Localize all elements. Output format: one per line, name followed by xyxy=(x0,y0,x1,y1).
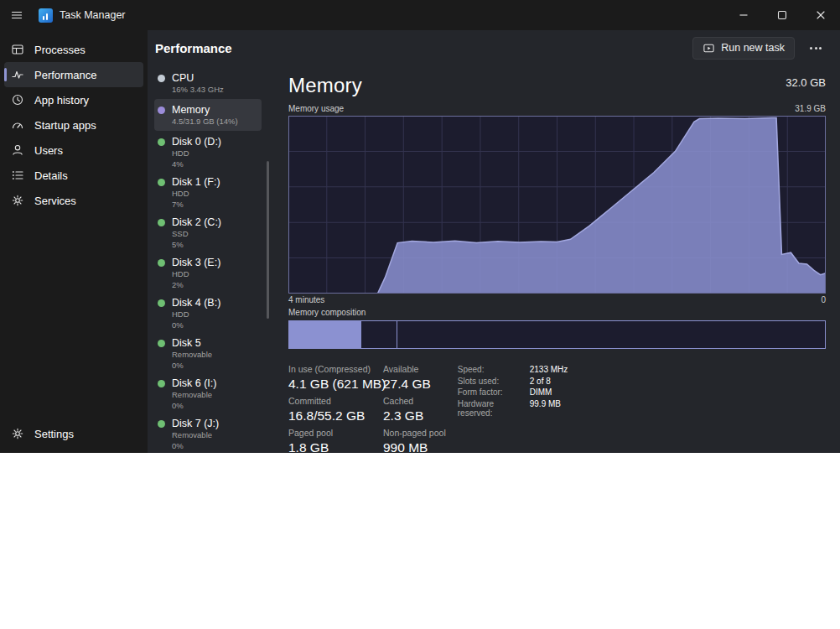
run-new-task-label: Run new task xyxy=(721,42,785,54)
stat-cached: Cached 2.3 GB xyxy=(383,396,446,428)
maximize-icon xyxy=(775,8,789,22)
metric-name: Disk 4 (B:) xyxy=(172,297,220,309)
sidebar-item-label: Services xyxy=(34,195,76,207)
services-icon xyxy=(11,194,24,207)
info-value-slots: 2 of 8 xyxy=(530,377,568,386)
memory-usage-chart[interactable] xyxy=(288,116,826,294)
stat-label: Committed xyxy=(288,396,383,406)
sidebar-item-details[interactable]: Details xyxy=(4,163,143,188)
stat-label: Available xyxy=(383,364,446,374)
run-new-task-button[interactable]: Run new task xyxy=(692,37,795,60)
metric-name: Disk 0 (D:) xyxy=(172,136,221,148)
startup-apps-icon xyxy=(11,118,24,132)
run-new-task-icon xyxy=(703,42,715,55)
more-options-button[interactable] xyxy=(803,37,828,59)
metric-item-disk-3[interactable]: Disk 3 (E:) HDD 2% xyxy=(154,252,262,292)
app-history-icon xyxy=(11,93,24,107)
sidebar-item-label: Performance xyxy=(34,69,96,81)
ellipsis-icon xyxy=(810,47,812,49)
stat-value: 990 MB xyxy=(383,440,446,453)
metric-item-disk-5[interactable]: Disk 5 Removable 0% xyxy=(154,332,262,372)
disk-status-dot xyxy=(158,179,165,186)
stat-label: Cached xyxy=(383,396,446,406)
info-label-slots: Slots used: xyxy=(458,377,530,386)
stat-label: Non-paged pool xyxy=(383,428,446,438)
window-title: Task Manager xyxy=(60,9,126,21)
stat-label: In use (Compressed) xyxy=(288,364,383,374)
sidebar-item-settings[interactable]: Settings xyxy=(4,421,143,446)
task-manager-window: Task Manager Processes Performance xyxy=(0,0,840,453)
info-value-form-factor: DIMM xyxy=(530,387,568,397)
minimize-icon xyxy=(737,8,750,22)
task-manager-app-icon xyxy=(39,8,53,23)
composition-segment-modified xyxy=(361,321,397,348)
close-button[interactable] xyxy=(801,0,840,30)
info-label-hardware-reserved: Hardware reserved: xyxy=(458,399,530,418)
metric-item-disk-1[interactable]: Disk 1 (F:) HDD 7% xyxy=(154,171,262,211)
metric-name: Disk 7 (J:) xyxy=(172,418,219,430)
sidebar-item-processes[interactable]: Processes xyxy=(4,37,143,62)
info-value-speed: 2133 MHz xyxy=(530,365,568,374)
metric-item-disk-2[interactable]: Disk 2 (C:) SSD 5% xyxy=(154,211,262,252)
metric-item-disk-6[interactable]: Disk 6 (I:) Removable 0% xyxy=(154,372,262,413)
disk-status-dot xyxy=(158,340,165,347)
composition-segment-in-use xyxy=(289,321,361,348)
minimize-button[interactable] xyxy=(724,0,763,30)
memory-composition-bar[interactable] xyxy=(288,320,826,349)
stat-available: Available 27.4 GB xyxy=(383,364,446,396)
memory-detail-panel: Memory 32.0 GB Memory usage 31.9 GB 4 mi… xyxy=(288,65,826,453)
metric-sub: 0% xyxy=(172,361,212,372)
metric-sub: HDD xyxy=(172,148,221,159)
stat-value: 27.4 GB xyxy=(383,377,446,392)
sidebar-item-startup-apps[interactable]: Startup apps xyxy=(4,112,143,138)
maximize-button[interactable] xyxy=(763,0,801,30)
info-label-speed: Speed: xyxy=(458,365,530,374)
metric-sub: 7% xyxy=(172,200,220,211)
metric-sub: 4% xyxy=(172,159,221,170)
main-area: Performance Run new task CPU 16% 3.43 GH… xyxy=(148,30,840,453)
metric-item-disk-7[interactable]: Disk 7 (J:) Removable 0% xyxy=(154,413,262,453)
metric-name: CPU xyxy=(172,72,224,85)
performance-icon xyxy=(11,68,24,81)
sidebar: Processes Performance App history Startu… xyxy=(0,30,148,453)
sidebar-item-label: Users xyxy=(34,144,63,157)
sidebar-item-services[interactable]: Services xyxy=(4,188,143,213)
close-icon xyxy=(814,8,827,22)
hamburger-menu-button[interactable] xyxy=(0,1,34,29)
performance-metric-list: CPU 16% 3.43 GHz Memory 4.5/31.9 GB (14%… xyxy=(148,65,270,453)
metric-name: Disk 1 (F:) xyxy=(172,176,220,189)
metric-item-disk-0[interactable]: Disk 0 (D:) HDD 4% xyxy=(154,131,262,171)
memory-title: Memory xyxy=(288,74,362,97)
metric-sub: HDD xyxy=(172,269,220,280)
disk-status-dot xyxy=(158,259,165,267)
metric-item-memory[interactable]: Memory 4.5/31.9 GB (14%) xyxy=(154,99,262,131)
stat-value: 2.3 GB xyxy=(383,408,446,424)
processes-icon xyxy=(11,43,24,56)
details-icon xyxy=(11,169,24,182)
metric-sub: 0% xyxy=(172,401,216,412)
metric-list-scrollbar[interactable] xyxy=(267,161,269,319)
metric-name: Disk 5 xyxy=(172,337,212,350)
memory-status-dot xyxy=(158,107,165,114)
metric-name: Disk 3 (E:) xyxy=(172,257,220,269)
metric-sub: SSD xyxy=(172,229,221,240)
metric-item-cpu[interactable]: CPU 16% 3.43 GHz xyxy=(154,67,262,99)
sidebar-item-users[interactable]: Users xyxy=(4,138,143,163)
metric-item-disk-4[interactable]: Disk 4 (B:) HDD 0% xyxy=(154,292,262,332)
chart-x-right-label: 0 xyxy=(821,295,826,304)
metric-sub: 0% xyxy=(172,320,220,331)
sidebar-item-performance[interactable]: Performance xyxy=(4,62,143,87)
metric-sub: Removable xyxy=(172,390,216,401)
memory-total-capacity: 32.0 GB xyxy=(786,76,826,89)
disk-status-dot xyxy=(158,299,165,307)
metric-sub: 5% xyxy=(172,240,221,251)
metric-name: Disk 2 (C:) xyxy=(172,216,221,229)
metric-sub: Removable xyxy=(172,430,219,441)
stat-value: 4.1 GB (621 MB) xyxy=(288,377,383,392)
chart-y-max-label: 31.9 GB xyxy=(795,104,826,113)
sidebar-item-app-history[interactable]: App history xyxy=(4,87,143,112)
metric-sub: 16% 3.43 GHz xyxy=(172,85,224,96)
metric-sub: 0% xyxy=(172,441,219,452)
disk-status-dot xyxy=(158,380,165,387)
hamburger-icon xyxy=(10,8,23,22)
